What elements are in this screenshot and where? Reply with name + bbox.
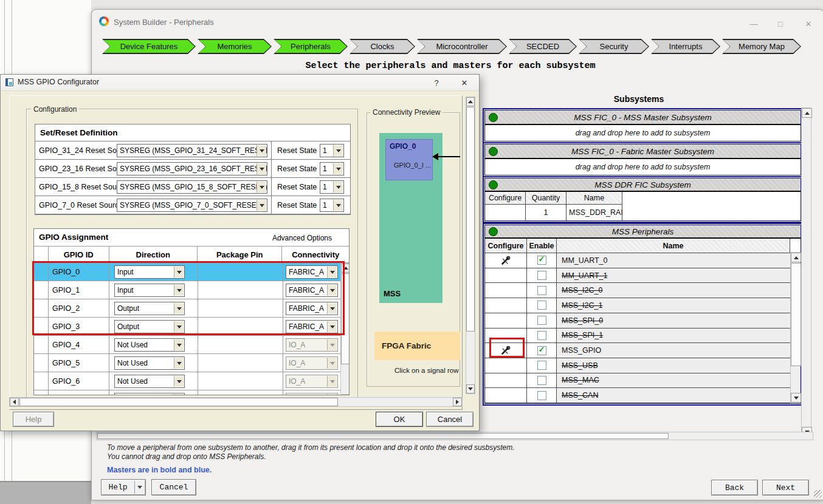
scroll-down-icon[interactable] [466,384,475,393]
dialog-vscrollbar[interactable] [466,97,475,394]
dialog-cancel-button[interactable]: Cancel [426,412,473,427]
gpio-row[interactable]: GPIO_6Not UsedIO_A [34,372,340,390]
package-pin-cell[interactable] [198,372,283,390]
close-button[interactable]: ✕ [801,18,816,29]
enable-cell[interactable] [527,343,557,358]
peripheral-row[interactable]: MSS_CAN [485,388,801,403]
row-selector-cell[interactable] [34,372,49,390]
configure-cell[interactable] [485,253,527,268]
peripheral-row[interactable]: MSS_SPI_0 [485,313,801,329]
content-hscrollbar[interactable] [96,432,813,440]
package-pin-cell[interactable] [198,354,283,372]
enable-checkbox[interactable] [537,376,546,385]
tab-secded[interactable]: SECDED [509,39,577,54]
reset-state-select[interactable]: 1 [320,199,344,212]
configure-cell[interactable] [485,283,527,298]
cancel-button[interactable]: Cancel [151,479,196,495]
configure-cell[interactable] [485,388,527,403]
enable-cell[interactable] [527,253,557,268]
direction-select[interactable]: Not Used [114,338,185,352]
enable-cell[interactable] [527,298,557,313]
scroll-up-icon[interactable] [466,97,475,106]
scroll-left-icon[interactable] [10,398,19,406]
scroll-down-icon[interactable] [791,393,801,403]
enable-checkbox[interactable] [537,301,546,310]
tab-device-features[interactable]: Device Features [102,39,196,54]
enable-checkbox[interactable] [537,256,546,265]
resize-grip[interactable] [814,490,822,498]
enable-cell[interactable] [527,329,557,344]
gpio-row[interactable]: GPIO_5Not UsedIO_A [34,354,340,372]
enable-cell[interactable] [527,388,557,403]
enable-checkbox[interactable] [537,286,546,295]
enable-checkbox[interactable] [537,316,546,325]
dialog-help-icon[interactable]: ? [430,77,443,89]
configure-cell[interactable] [485,358,527,373]
peripheral-row[interactable]: MSS_SPI_1 [485,329,801,344]
peripheral-row[interactable]: MSS_I2C_1 [485,298,801,313]
tab-clocks[interactable]: Clocks [350,39,415,54]
reset-source-select[interactable]: SYSREG (MSS_GPIO_7_0_SOFT_RESET) [117,199,267,212]
maximize-button[interactable]: □ [773,18,788,29]
package-pin-cell[interactable] [198,390,283,395]
configure-cell[interactable] [485,268,527,284]
enable-checkbox[interactable] [537,331,546,340]
scroll-thumb[interactable] [97,433,669,439]
tab-peripherals[interactable]: Peripherals [274,39,348,54]
help-split-button[interactable]: Help [101,479,146,495]
reset-state-select[interactable]: 1 [320,162,344,175]
dialog-ok-button[interactable]: OK [376,412,423,427]
enable-checkbox[interactable] [537,361,546,370]
ddr-configure-cell[interactable] [485,205,526,220]
direction-select[interactable]: Not Used [114,356,185,370]
help-dropdown-icon[interactable] [134,481,144,494]
package-pin-cell[interactable] [198,336,283,353]
gpio0-block[interactable]: GPIO_0 GPIO_0_I ... [385,139,433,180]
tab-security[interactable]: Security [579,39,649,54]
scroll-up-icon[interactable] [802,108,812,118]
peripheral-row[interactable]: MSS_GPIO [485,343,801,358]
subsystems-scrollbar[interactable] [801,107,811,437]
reset-state-select[interactable]: 1 [320,180,344,194]
scroll-thumb[interactable] [466,107,475,332]
enable-cell[interactable] [527,358,557,373]
scroll-thumb[interactable] [791,263,801,366]
enable-cell[interactable] [527,313,557,329]
row-selector-cell[interactable] [34,336,49,353]
gpio-row[interactable]: GPIO_7Not UsedIO_A [34,390,340,395]
reset-state-select[interactable]: 1 [320,144,344,157]
next-button[interactable]: Next [762,480,809,495]
minimize-button[interactable]: — [746,18,762,29]
tab-microcontroller[interactable]: Microcontroller [417,39,507,54]
scroll-thumb[interactable] [19,398,338,406]
configure-cell[interactable] [485,373,527,389]
tab-memories[interactable]: Memories [198,39,272,54]
configure-cell[interactable] [485,298,527,313]
dialog-close-icon[interactable]: ✕ [458,77,471,89]
enable-checkbox[interactable] [537,391,546,400]
row-selector-cell[interactable] [34,354,49,372]
enable-checkbox[interactable] [537,346,546,355]
row-selector-cell[interactable] [34,390,49,395]
drop-zone[interactable]: drag and drop here to add to subsystem [485,125,801,141]
tab-interrupts[interactable]: Interrupts [651,39,720,54]
peripheral-row[interactable]: MSS_USB [485,358,801,373]
reset-source-select[interactable]: SYSREG (MSS_GPIO_23_16_SOFT_RESET [117,162,267,175]
enable-cell[interactable] [527,373,557,389]
reset-source-select[interactable]: SYSREG (MSS_GPIO_31_24_SOFT_RESET [117,144,267,157]
peripheral-row[interactable]: MM_UART_1 [485,268,801,284]
dialog-help-button[interactable]: Help [13,412,54,427]
enable-cell[interactable] [527,268,557,284]
peripheral-row[interactable]: MSS_MAC [485,373,801,389]
drop-zone[interactable]: drag and drop here to add to subsystem [485,159,801,175]
configure-cell[interactable] [485,313,527,329]
back-button[interactable]: Back [711,480,758,495]
direction-select[interactable]: Not Used [114,393,185,395]
dialog-hscrollbar[interactable] [9,397,463,407]
scroll-up-icon[interactable] [791,253,801,262]
enable-cell[interactable] [527,283,557,298]
gpio-row[interactable]: GPIO_4Not UsedIO_A [34,336,340,354]
tab-memory-map[interactable]: Memory Map [722,39,801,54]
peripheral-row[interactable]: MM_UART_0 [485,253,801,268]
scroll-right-icon[interactable] [453,398,462,406]
